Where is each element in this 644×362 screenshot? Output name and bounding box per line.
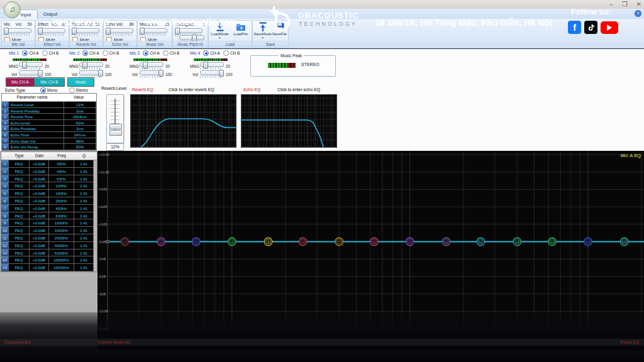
maximize-button[interactable]: ❐: [622, 0, 628, 9]
peq-row[interactable]: 4PEQ+0.0dB100Hz1.41: [1, 182, 97, 190]
eq-band-point-10[interactable]: 10: [442, 238, 450, 245]
eq-band-point-6[interactable]: 6: [299, 238, 306, 245]
eq-band-point-12[interactable]: 12: [513, 238, 521, 245]
slider-track[interactable]: [140, 70, 164, 75]
param-row[interactable]: 7Echo Start Vol88%: [2, 138, 96, 145]
peq-row[interactable]: 2PEQ+0.0dB40Hz1.41: [1, 168, 97, 175]
channel-button-music[interactable]: Music: [67, 77, 94, 87]
slider-thumb[interactable]: [140, 28, 145, 35]
slider-thumb[interactable]: [109, 124, 122, 129]
slider-thumb[interactable]: [203, 62, 208, 69]
tiktok-icon[interactable]: [584, 21, 597, 34]
eq-band-point-11[interactable]: 11: [477, 238, 484, 245]
footer-website[interactable]: www.dbacoustic.pro: [145, 17, 234, 27]
slider-thumb[interactable]: [158, 70, 164, 77]
slider-thumb[interactable]: [106, 28, 111, 35]
slider-thumb[interactable]: [98, 70, 103, 77]
peq-row[interactable]: 5PEQ+0.0dB160Hz1.41: [1, 190, 97, 197]
ch-a-radio[interactable]: CH A: [82, 50, 99, 56]
slider-track[interactable]: [175, 28, 203, 33]
peq-row[interactable]: 13PEQ+0.0dB6300Hz1.41: [1, 250, 97, 257]
eq-band-point-5[interactable]: 5: [264, 238, 272, 245]
reset-eq-status[interactable]: Reset EQ: [621, 339, 639, 346]
param-row[interactable]: 5Echo Predelay2ms: [2, 126, 96, 132]
reverb-eq-thumbnail[interactable]: [130, 94, 236, 148]
vol-slider[interactable]: [140, 28, 167, 36]
slider-track[interactable]: [140, 28, 167, 33]
slider-track[interactable]: [38, 28, 65, 33]
eq-band-point-14[interactable]: 14: [584, 238, 592, 245]
slider-thumb[interactable]: [38, 28, 43, 35]
slider-track[interactable]: [140, 62, 164, 67]
eq-band-point-3[interactable]: 3: [192, 238, 200, 245]
reverb-level-slider[interactable]: [106, 94, 124, 143]
eq-band-point-2[interactable]: 2: [157, 238, 165, 245]
slider-track[interactable]: [200, 70, 224, 75]
youtube-icon[interactable]: [601, 21, 618, 34]
ch-a-radio[interactable]: CH A: [22, 50, 38, 56]
channel-button-mic-ch-b[interactable]: Mic CH B: [34, 77, 65, 87]
peq-row[interactable]: 1PEQ+0.0dB25Hz1.41: [1, 160, 97, 168]
slider-track[interactable]: [79, 70, 103, 75]
eq-band-point-13[interactable]: 13: [548, 238, 556, 245]
slider-thumb[interactable]: [175, 28, 180, 35]
eq-band-point-9[interactable]: 9: [406, 238, 414, 245]
ch-a-radio[interactable]: CH A: [203, 50, 219, 56]
echo-eq-thumbnail[interactable]: [241, 94, 337, 148]
echo-type-mono-radio[interactable]: Mono: [40, 87, 58, 93]
peq-row[interactable]: 14PEQ+0.0dB10000Hz1.41: [1, 256, 97, 264]
slider-thumb[interactable]: [82, 62, 87, 69]
mic-vol-slider[interactable]: [140, 70, 164, 78]
help-icon[interactable]: ?: [635, 10, 641, 17]
eq-band-point-7[interactable]: 7: [335, 238, 343, 245]
param-row[interactable]: 6Echo Time247ms: [2, 132, 96, 138]
peq-row[interactable]: 6PEQ+0.0dB250Hz1.41: [1, 197, 97, 205]
slider-track[interactable]: [79, 62, 103, 67]
slider-track[interactable]: [106, 28, 133, 33]
eq-band-point-8[interactable]: 8: [370, 238, 378, 245]
slider-thumb[interactable]: [72, 28, 77, 35]
eq-band-point-15[interactable]: 15: [620, 238, 628, 245]
slider-thumb[interactable]: [143, 62, 148, 69]
peq-row[interactable]: 10PEQ+0.0dB1600Hz1.41: [1, 227, 97, 234]
ch-a-radio[interactable]: CH A: [143, 50, 159, 56]
ch-b-radio[interactable]: CH B: [223, 50, 240, 56]
vol-slider[interactable]: [72, 28, 99, 36]
peq-row[interactable]: 9PEQ+0.0dB1000Hz1.41: [1, 219, 97, 227]
close-button[interactable]: ✕: [636, 0, 641, 9]
mng-slider[interactable]: [140, 62, 164, 70]
mng-slider[interactable]: [19, 62, 43, 70]
param-row[interactable]: 4Echo Level63%: [2, 120, 96, 126]
peq-row[interactable]: 11PEQ+0.0dB2500Hz1.41: [1, 234, 97, 242]
slider-track[interactable]: [72, 28, 99, 33]
ch-b-radio[interactable]: CH B: [103, 50, 119, 56]
vol-slider[interactable]: [38, 28, 65, 36]
slider-track[interactable]: [19, 62, 43, 67]
mng-slider[interactable]: [200, 62, 224, 70]
peq-row[interactable]: 15PEQ+0.0dB16000Hz1.41: [1, 264, 97, 272]
param-row[interactable]: 3Reverb Time2818ms: [2, 114, 96, 120]
mic-vol-slider[interactable]: [200, 70, 224, 78]
peq-row[interactable]: 8PEQ+0.0dB630Hz1.41: [1, 212, 97, 220]
slider-track[interactable]: [200, 62, 224, 67]
ch-b-radio[interactable]: CH B: [163, 50, 180, 56]
channel-button-mic-ch-a[interactable]: Mic CH A: [6, 77, 35, 87]
param-row[interactable]: 2Reverb Predelay2ms: [2, 108, 96, 114]
mng-slider[interactable]: [79, 62, 103, 70]
slider-thumb[interactable]: [4, 28, 9, 35]
param-row[interactable]: 8Echo Vol Decay50%: [2, 144, 96, 150]
vol-slider[interactable]: [106, 28, 133, 36]
facebook-icon[interactable]: f: [568, 21, 581, 34]
echo-type-stereo-radio[interactable]: Stereo: [69, 87, 88, 93]
vol-slider[interactable]: [4, 28, 31, 36]
peq-row[interactable]: 7PEQ+0.0dB400Hz1.41: [1, 205, 97, 212]
slider-track[interactable]: [179, 35, 204, 40]
slider-track[interactable]: [19, 70, 43, 75]
slider-thumb[interactable]: [38, 70, 43, 77]
slider-thumb[interactable]: [219, 70, 224, 77]
eq-band-point-1[interactable]: 1: [121, 238, 128, 245]
peq-row[interactable]: 3PEQ+0.0dB63Hz1.41: [1, 175, 97, 183]
slider-track[interactable]: [4, 28, 31, 33]
ch-b-radio[interactable]: CH B: [42, 50, 59, 56]
peq-row[interactable]: 12PEQ+0.0dB4000Hz1.41: [1, 242, 97, 250]
